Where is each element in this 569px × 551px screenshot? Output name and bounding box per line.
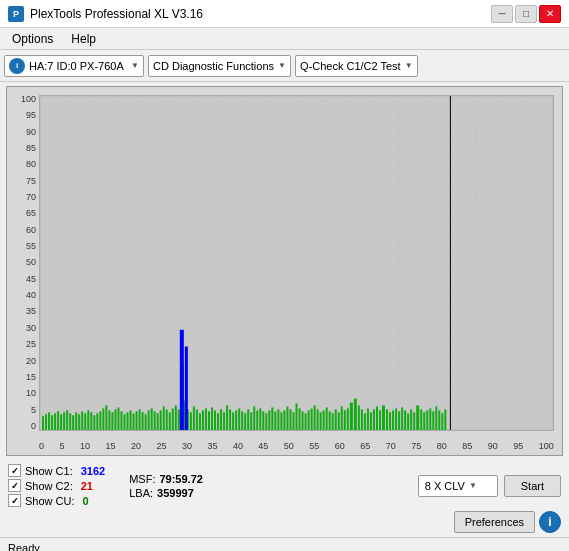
- checkbox-group: Show C1: 3162 Show C2: 21 Show CU: 0: [8, 464, 105, 507]
- svg-rect-79: [148, 410, 150, 430]
- msf-label: MSF:: [129, 473, 155, 485]
- svg-rect-45: [48, 412, 50, 430]
- function-dropdown[interactable]: CD Diagnostic Functions ▼: [148, 55, 291, 77]
- chart-svg: [40, 96, 553, 430]
- svg-rect-76: [139, 409, 141, 430]
- svg-rect-103: [223, 412, 225, 430]
- svg-rect-154: [379, 410, 381, 430]
- svg-rect-146: [354, 399, 357, 430]
- svg-rect-176: [180, 330, 184, 430]
- chart-container: 100 95 90 85 80 75 70 65 60 55 50 45 40 …: [6, 86, 563, 456]
- function-label: CD Diagnostic Functions: [153, 60, 274, 72]
- svg-rect-166: [416, 405, 419, 430]
- svg-rect-61: [96, 413, 98, 430]
- svg-rect-164: [410, 409, 412, 430]
- y-label-100: 100: [21, 95, 36, 104]
- svg-rect-43: [42, 416, 44, 430]
- svg-rect-174: [441, 413, 443, 430]
- x-label-50: 50: [284, 441, 294, 451]
- drive-dropdown[interactable]: i HA:7 ID:0 PX-760A ▼: [4, 55, 144, 77]
- svg-rect-71: [123, 414, 125, 430]
- test-dropdown[interactable]: Q-Check C1/C2 Test ▼: [295, 55, 418, 77]
- svg-rect-130: [305, 413, 307, 430]
- y-label-45: 45: [26, 275, 36, 284]
- menu-help[interactable]: Help: [63, 30, 104, 48]
- y-axis: 100 95 90 85 80 75 70 65 60 55 50 45 40 …: [7, 95, 39, 431]
- svg-rect-51: [66, 410, 68, 430]
- c1-check-item: Show C1: 3162: [8, 464, 105, 477]
- svg-rect-105: [229, 409, 231, 430]
- svg-rect-136: [323, 410, 325, 430]
- minimize-button[interactable]: ─: [491, 5, 513, 23]
- function-dropdown-arrow: ▼: [278, 61, 286, 70]
- speed-dropdown[interactable]: 8 X CLV ▼: [418, 475, 498, 497]
- y-label-85: 85: [26, 144, 36, 153]
- svg-rect-58: [87, 410, 89, 430]
- c1-checkbox[interactable]: [8, 464, 21, 477]
- svg-rect-172: [435, 406, 437, 430]
- start-button[interactable]: Start: [504, 475, 561, 497]
- svg-rect-74: [133, 413, 135, 430]
- svg-rect-124: [286, 406, 288, 430]
- svg-rect-77: [142, 412, 144, 430]
- menu-options[interactable]: Options: [4, 30, 61, 48]
- svg-rect-99: [211, 407, 213, 430]
- cu-label: Show CU:: [25, 495, 75, 507]
- svg-rect-46: [51, 415, 53, 430]
- svg-rect-70: [120, 411, 122, 430]
- svg-rect-54: [75, 412, 77, 430]
- svg-rect-75: [136, 411, 138, 430]
- preferences-button[interactable]: Preferences: [454, 511, 535, 533]
- svg-rect-145: [350, 402, 353, 430]
- svg-rect-110: [244, 413, 246, 430]
- msf-value: 79:59.72: [159, 473, 202, 485]
- info-button[interactable]: i: [539, 511, 561, 533]
- svg-rect-117: [265, 413, 267, 430]
- x-label-55: 55: [309, 441, 319, 451]
- svg-rect-155: [382, 405, 385, 430]
- svg-rect-148: [361, 409, 363, 430]
- drive-icon: i: [9, 58, 25, 74]
- cu-checkbox[interactable]: [8, 494, 21, 507]
- svg-rect-128: [299, 408, 301, 430]
- svg-rect-87: [172, 408, 174, 430]
- c2-checkbox[interactable]: [8, 479, 21, 492]
- y-label-75: 75: [26, 177, 36, 186]
- drive-label: HA:7 ID:0 PX-760A: [29, 60, 127, 72]
- svg-rect-85: [166, 409, 168, 430]
- svg-rect-151: [370, 412, 372, 430]
- svg-rect-144: [347, 408, 349, 430]
- y-label-0: 0: [31, 422, 36, 431]
- svg-rect-165: [413, 412, 415, 430]
- svg-rect-159: [395, 408, 397, 430]
- svg-rect-168: [423, 412, 425, 430]
- title-controls: ─ □ ✕: [491, 5, 561, 23]
- maximize-button[interactable]: □: [515, 5, 537, 23]
- menu-bar: Options Help: [0, 28, 569, 50]
- svg-rect-123: [283, 410, 285, 430]
- close-button[interactable]: ✕: [539, 5, 561, 23]
- svg-rect-137: [326, 407, 328, 430]
- svg-rect-147: [358, 405, 360, 430]
- y-label-95: 95: [26, 111, 36, 120]
- svg-rect-83: [160, 410, 162, 430]
- svg-rect-72: [127, 412, 129, 430]
- svg-rect-98: [208, 411, 210, 430]
- y-label-65: 65: [26, 209, 36, 218]
- y-label-15: 15: [26, 373, 36, 382]
- svg-rect-52: [69, 413, 71, 430]
- svg-rect-111: [247, 409, 249, 430]
- svg-rect-173: [438, 410, 440, 430]
- x-label-80: 80: [437, 441, 447, 451]
- prefs-row: Preferences i: [8, 511, 561, 533]
- svg-rect-50: [63, 412, 65, 430]
- svg-rect-156: [386, 409, 388, 430]
- y-label-30: 30: [26, 324, 36, 333]
- svg-rect-68: [114, 409, 116, 430]
- svg-rect-122: [280, 412, 282, 430]
- svg-rect-143: [344, 410, 346, 430]
- c2-label: Show C2:: [25, 480, 73, 492]
- svg-rect-134: [317, 409, 319, 430]
- svg-rect-125: [289, 409, 291, 430]
- svg-rect-169: [426, 410, 428, 430]
